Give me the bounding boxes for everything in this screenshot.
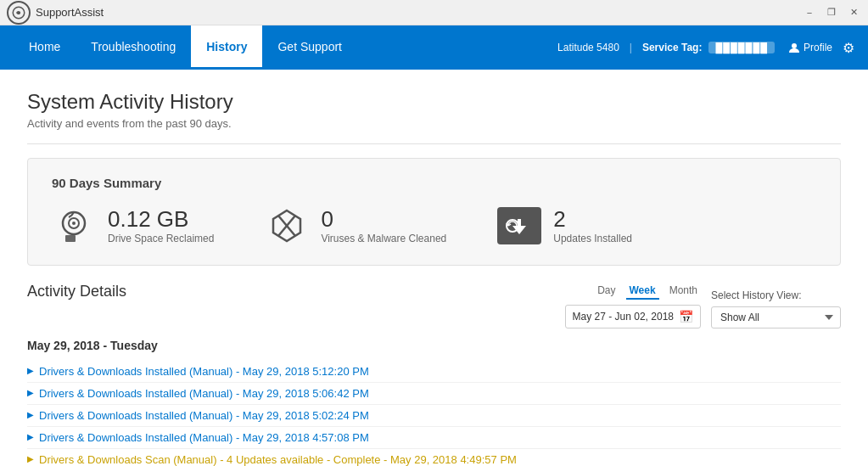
drive-space-icon: [52, 204, 96, 248]
activity-link[interactable]: Drivers & Downloads Installed (Manual) -…: [39, 409, 369, 422]
activity-link[interactable]: Drivers & Downloads Scan (Manual) - 4 Up…: [39, 453, 517, 466]
page-title: System Activity History: [27, 90, 841, 114]
date-range-group: Day Week Month May 27 - Jun 02, 2018 📅: [565, 283, 701, 328]
divider: [27, 143, 841, 144]
virus-value: 0: [321, 207, 446, 232]
nav-home[interactable]: Home: [14, 25, 76, 70]
close-button[interactable]: ✕: [846, 5, 861, 20]
history-view-select[interactable]: Show All Drivers & Downloads Viruses & M…: [711, 306, 841, 328]
history-view-label: Select History View:: [711, 289, 801, 301]
profile-icon: [788, 42, 800, 53]
drive-space-value: 0.12 GB: [108, 207, 214, 232]
nav-items: Home Troubleshooting History Get Support: [14, 25, 557, 70]
period-week[interactable]: Week: [626, 283, 659, 300]
list-item: ▶ Drivers & Downloads Installed (Manual)…: [27, 361, 841, 383]
page-subtitle: Activity and events from the past 90 day…: [27, 117, 841, 130]
virus-icon: [265, 204, 309, 248]
nav-bar: Home Troubleshooting History Get Support…: [0, 25, 868, 70]
summary-updates: 2 Updates Installed: [497, 204, 632, 248]
settings-icon[interactable]: ⚙: [843, 40, 854, 56]
svg-point-4: [72, 222, 76, 225]
app-branding: SupportAssist: [7, 1, 104, 25]
history-view-group: Select History View: Show All Drivers & …: [711, 289, 841, 328]
activity-header-row: Activity Details Day Week Month May 27 -…: [27, 283, 841, 328]
activity-title: Activity Details: [27, 283, 126, 300]
service-tag-label: Service Tag:: [642, 42, 702, 53]
period-tabs: Day Week Month: [594, 283, 701, 300]
page-content: System Activity History Activity and eve…: [0, 70, 868, 466]
chevron-right-icon: ▶: [27, 432, 34, 441]
calendar-icon: 📅: [679, 310, 693, 323]
chevron-right-icon: ▶: [27, 366, 34, 375]
list-item: ▶ Drivers & Downloads Installed (Manual)…: [27, 405, 841, 427]
updates-icon: [497, 204, 541, 248]
profile-button[interactable]: Profile: [788, 42, 832, 53]
updates-label: Updates Installed: [553, 233, 632, 244]
filter-area: Day Week Month May 27 - Jun 02, 2018 📅 S…: [565, 283, 841, 328]
summary-card: 90 Days Summary 0.12 GB Drive Space Recl…: [27, 158, 841, 266]
activity-list: ▶ Drivers & Downloads Installed (Manual)…: [27, 361, 841, 466]
period-day[interactable]: Day: [594, 283, 619, 300]
updates-text: 2 Updates Installed: [553, 207, 632, 245]
activity-link[interactable]: Drivers & Downloads Installed (Manual) -…: [39, 387, 369, 400]
summary-items: 0.12 GB Drive Space Reclaimed 0 Viruses …: [52, 204, 816, 248]
list-item: ▶ Drivers & Downloads Installed (Manual)…: [27, 383, 841, 405]
list-item: ▶ Drivers & Downloads Installed (Manual)…: [27, 427, 841, 449]
minimize-button[interactable]: −: [802, 5, 817, 20]
updates-value: 2: [553, 207, 632, 232]
summary-drive-space: 0.12 GB Drive Space Reclaimed: [52, 204, 214, 248]
activity-date-header: May 29, 2018 - Tuesday: [27, 339, 841, 352]
drive-space-label: Drive Space Reclaimed: [108, 233, 214, 244]
virus-text: 0 Viruses & Malware Cleaned: [321, 207, 446, 245]
app-name: SupportAssist: [36, 6, 104, 19]
chevron-right-icon: ▶: [27, 454, 34, 463]
profile-label: Profile: [804, 42, 832, 53]
summary-title: 90 Days Summary: [52, 176, 816, 190]
chevron-right-icon: ▶: [27, 410, 34, 419]
restore-button[interactable]: ❐: [824, 5, 839, 20]
nav-get-support[interactable]: Get Support: [262, 25, 357, 70]
chevron-right-icon: ▶: [27, 388, 34, 397]
svg-rect-5: [65, 235, 76, 242]
nav-right: Latitude 5480 | Service Tag: ███████ Pro…: [557, 40, 854, 56]
activity-link[interactable]: Drivers & Downloads Installed (Manual) -…: [39, 431, 369, 444]
drive-space-text: 0.12 GB Drive Space Reclaimed: [108, 207, 214, 245]
summary-viruses: 0 Viruses & Malware Cleaned: [265, 204, 446, 248]
nav-troubleshooting[interactable]: Troubleshooting: [76, 25, 191, 70]
device-name: Latitude 5480: [557, 42, 619, 53]
date-range-input[interactable]: May 27 - Jun 02, 2018 📅: [565, 305, 701, 328]
nav-history[interactable]: History: [191, 25, 262, 70]
activity-link[interactable]: Drivers & Downloads Installed (Manual) -…: [39, 365, 369, 378]
period-month[interactable]: Month: [666, 283, 701, 300]
date-range-value: May 27 - Jun 02, 2018: [573, 311, 674, 323]
list-item: ▶ Drivers & Downloads Scan (Manual) - 4 …: [27, 449, 841, 466]
dell-logo-icon: [7, 1, 31, 25]
service-tag-value: ███████: [708, 42, 775, 53]
svg-point-1: [792, 43, 797, 48]
title-bar: SupportAssist − ❐ ✕: [0, 0, 868, 25]
virus-label: Viruses & Malware Cleaned: [321, 233, 446, 244]
